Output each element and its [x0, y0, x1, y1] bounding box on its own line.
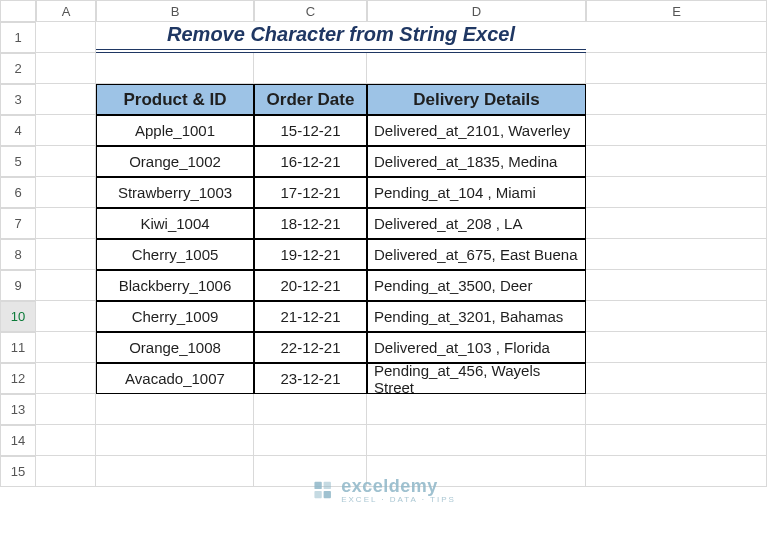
cell-b15[interactable] [96, 456, 254, 487]
cell-delivery-2[interactable]: Pending_at_104 , Miami [367, 177, 586, 208]
cell-e5[interactable] [586, 146, 767, 177]
cell-product-6[interactable]: Cherry_1009 [96, 301, 254, 332]
cell-product-3[interactable]: Kiwi_1004 [96, 208, 254, 239]
cell-a5[interactable] [36, 146, 96, 177]
cell-e6[interactable] [586, 177, 767, 208]
cell-a13[interactable] [36, 394, 96, 425]
cell-order-4[interactable]: 19-12-21 [254, 239, 367, 270]
cell-a12[interactable] [36, 363, 96, 394]
cell-delivery-3[interactable]: Delivered_at_208 , LA [367, 208, 586, 239]
row-header-4[interactable]: 4 [0, 115, 36, 146]
cell-a1[interactable] [36, 22, 96, 53]
column-header-e[interactable]: E [586, 0, 767, 22]
cell-a15[interactable] [36, 456, 96, 487]
cell-e4[interactable] [586, 115, 767, 146]
cell-product-4[interactable]: Cherry_1005 [96, 239, 254, 270]
row-header-13[interactable]: 13 [0, 394, 36, 425]
svg-rect-3 [323, 491, 330, 498]
header-delivery[interactable]: Delivery Details [367, 84, 586, 115]
cell-delivery-0[interactable]: Delivered_at_2101, Waverley [367, 115, 586, 146]
row-header-7[interactable]: 7 [0, 208, 36, 239]
cell-c2[interactable] [254, 53, 367, 84]
cell-c13[interactable] [254, 394, 367, 425]
row-header-15[interactable]: 15 [0, 456, 36, 487]
cell-d2[interactable] [367, 53, 586, 84]
cell-b14[interactable] [96, 425, 254, 456]
cell-order-2[interactable]: 17-12-21 [254, 177, 367, 208]
cell-e11[interactable] [586, 332, 767, 363]
cell-e8[interactable] [586, 239, 767, 270]
svg-rect-2 [314, 491, 321, 498]
cell-product-5[interactable]: Blackberry_1006 [96, 270, 254, 301]
row-header-1[interactable]: 1 [0, 22, 36, 53]
cell-e10[interactable] [586, 301, 767, 332]
cell-a7[interactable] [36, 208, 96, 239]
cell-e1[interactable] [586, 22, 767, 53]
column-header-b[interactable]: B [96, 0, 254, 22]
header-order[interactable]: Order Date [254, 84, 367, 115]
cell-e7[interactable] [586, 208, 767, 239]
cell-d14[interactable] [367, 425, 586, 456]
cell-product-2[interactable]: Strawberry_1003 [96, 177, 254, 208]
cell-product-7[interactable]: Orange_1008 [96, 332, 254, 363]
cell-e12[interactable] [586, 363, 767, 394]
row-header-2[interactable]: 2 [0, 53, 36, 84]
header-product[interactable]: Product & ID [96, 84, 254, 115]
cell-product-0[interactable]: Apple_1001 [96, 115, 254, 146]
cell-e2[interactable] [586, 53, 767, 84]
row-header-5[interactable]: 5 [0, 146, 36, 177]
row-header-8[interactable]: 8 [0, 239, 36, 270]
cell-a6[interactable] [36, 177, 96, 208]
row-header-10[interactable]: 10 [0, 301, 36, 332]
select-all-corner[interactable] [0, 0, 36, 22]
cell-order-0[interactable]: 15-12-21 [254, 115, 367, 146]
row-header-12[interactable]: 12 [0, 363, 36, 394]
spreadsheet-grid: ABCDE1Remove Character from String Excel… [0, 0, 767, 487]
column-header-c[interactable]: C [254, 0, 367, 22]
column-header-a[interactable]: A [36, 0, 96, 22]
cell-a3[interactable] [36, 84, 96, 115]
cell-a9[interactable] [36, 270, 96, 301]
cell-delivery-5[interactable]: Pending_at_3500, Deer [367, 270, 586, 301]
cell-b2[interactable] [96, 53, 254, 84]
cell-a4[interactable] [36, 115, 96, 146]
cell-a11[interactable] [36, 332, 96, 363]
cell-d15[interactable] [367, 456, 586, 487]
cell-product-1[interactable]: Orange_1002 [96, 146, 254, 177]
cell-e9[interactable] [586, 270, 767, 301]
cell-d13[interactable] [367, 394, 586, 425]
cell-product-8[interactable]: Avacado_1007 [96, 363, 254, 394]
cell-order-3[interactable]: 18-12-21 [254, 208, 367, 239]
cell-e14[interactable] [586, 425, 767, 456]
cell-delivery-8[interactable]: Pending_at_456, Wayels Street [367, 363, 586, 394]
cell-delivery-7[interactable]: Delivered_at_103 , Florida [367, 332, 586, 363]
cell-delivery-1[interactable]: Delivered_at_1835, Medina [367, 146, 586, 177]
row-header-6[interactable]: 6 [0, 177, 36, 208]
cell-order-8[interactable]: 23-12-21 [254, 363, 367, 394]
row-header-14[interactable]: 14 [0, 425, 36, 456]
cell-a8[interactable] [36, 239, 96, 270]
cell-order-1[interactable]: 16-12-21 [254, 146, 367, 177]
cell-a14[interactable] [36, 425, 96, 456]
cell-e3[interactable] [586, 84, 767, 115]
page-title: Remove Character from String Excel [96, 22, 586, 53]
cell-c15[interactable] [254, 456, 367, 487]
cell-b13[interactable] [96, 394, 254, 425]
row-header-3[interactable]: 3 [0, 84, 36, 115]
cell-e13[interactable] [586, 394, 767, 425]
cell-delivery-6[interactable]: Pending_at_3201, Bahamas [367, 301, 586, 332]
cell-e15[interactable] [586, 456, 767, 487]
column-header-d[interactable]: D [367, 0, 586, 22]
cell-a2[interactable] [36, 53, 96, 84]
cell-order-7[interactable]: 22-12-21 [254, 332, 367, 363]
row-header-11[interactable]: 11 [0, 332, 36, 363]
cell-a10[interactable] [36, 301, 96, 332]
row-header-9[interactable]: 9 [0, 270, 36, 301]
cell-order-5[interactable]: 20-12-21 [254, 270, 367, 301]
cell-c14[interactable] [254, 425, 367, 456]
cell-order-6[interactable]: 21-12-21 [254, 301, 367, 332]
cell-delivery-4[interactable]: Delivered_at_675, East Buena [367, 239, 586, 270]
